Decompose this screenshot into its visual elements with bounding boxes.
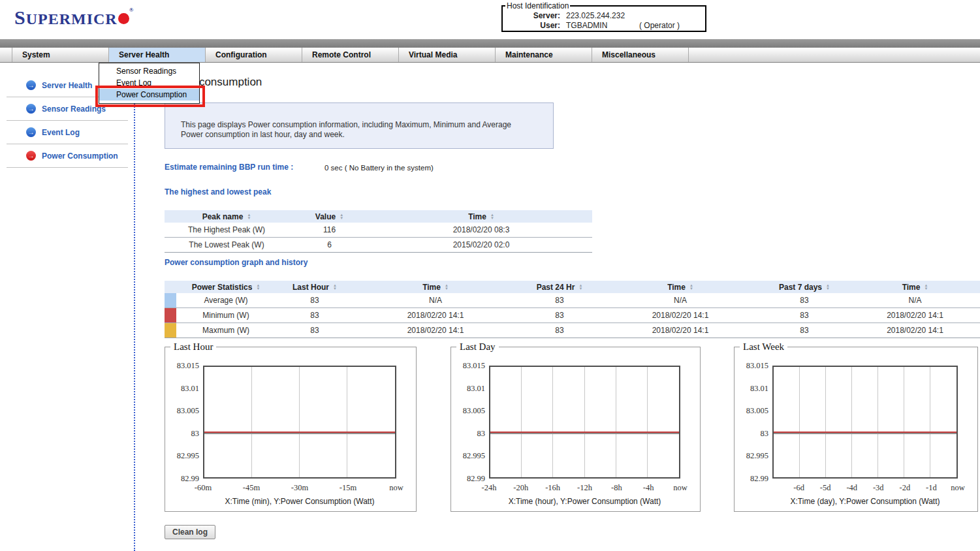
menu-item-miscellaneous[interactable]: Miscellaneous bbox=[592, 48, 689, 62]
dropdown-item-sensor-readings[interactable]: Sensor Readings bbox=[99, 65, 199, 77]
user-value: TGBADMIN( Operator ) bbox=[560, 21, 680, 31]
y-axis-tick: 83.005 bbox=[735, 406, 768, 416]
table-cell: 2018/02/20 14:1 bbox=[354, 308, 517, 323]
menu-item-maintenance[interactable]: Maintenance bbox=[496, 48, 592, 62]
sidebar-item-event-log[interactable]: →Event Log bbox=[7, 121, 128, 144]
supermicro-logo: SUPERMICR® bbox=[14, 7, 133, 29]
menu-item-remote-control[interactable]: Remote Control bbox=[302, 48, 399, 62]
table-row: The Highest Peak (W)1162018/02/20 08:3 bbox=[165, 223, 728, 238]
y-axis-tick: 82.99 bbox=[165, 474, 199, 484]
table-header-row: Power Statistics▲▼Last Hour▲▼Time▲▼Past … bbox=[165, 281, 980, 293]
history-section-heading: Power consumption graph and history bbox=[165, 258, 308, 267]
series-color-swatch bbox=[165, 308, 176, 323]
y-axis-tick: 82.99 bbox=[735, 474, 768, 484]
gridline bbox=[930, 367, 930, 477]
power-line-shadow bbox=[204, 433, 395, 434]
x-axis-tick: now bbox=[951, 483, 965, 493]
menu-item-virtual-media[interactable]: Virtual Media bbox=[399, 48, 496, 62]
x-axis-tick: -15m bbox=[340, 483, 356, 493]
y-axis-tick: 83.005 bbox=[451, 406, 485, 416]
column-header-time[interactable]: Time▲▼ bbox=[354, 281, 517, 293]
gridline bbox=[904, 367, 904, 477]
chart-last-day: Last Day83.01583.0183.0058382.99582.99-2… bbox=[450, 347, 701, 512]
column-header-value[interactable]: Value▲▼ bbox=[289, 210, 370, 223]
column-header-past-7-days[interactable]: Past 7 days▲▼ bbox=[759, 281, 850, 293]
menu-item-configuration[interactable]: Configuration bbox=[206, 48, 302, 62]
power-statistics-table: Power Statistics▲▼Last Hour▲▼Time▲▼Past … bbox=[165, 281, 980, 338]
chart-last-hour: Last Hour83.01583.0183.0058382.99582.99-… bbox=[165, 347, 417, 512]
power-consumption-line bbox=[204, 432, 395, 433]
table-cell: 83 bbox=[276, 323, 354, 338]
table-cell: 2018/02/20 14:1 bbox=[850, 323, 980, 338]
chart-axis-caption: X:Time (min), Y:Power Consumption (Watt) bbox=[203, 497, 396, 506]
series-color-swatch bbox=[165, 323, 176, 338]
table-cell: 83 bbox=[276, 308, 354, 323]
gridline bbox=[647, 367, 648, 477]
x-axis-tick: -6d bbox=[793, 483, 804, 493]
sidebar-item-power-consumption[interactable]: →Power Consumption bbox=[7, 144, 128, 168]
gridline bbox=[877, 367, 878, 477]
arrow-circle-icon: → bbox=[26, 151, 36, 161]
x-axis-tick: -3d bbox=[873, 483, 884, 493]
column-header-time[interactable]: Time▲▼ bbox=[602, 281, 759, 293]
x-axis-tick: -8h bbox=[611, 483, 622, 493]
table-cell: 2018/02/20 14:1 bbox=[602, 308, 759, 323]
x-axis-tick: -4h bbox=[643, 483, 654, 493]
chart-title: Last Day bbox=[456, 341, 499, 353]
gridline bbox=[552, 367, 553, 477]
menu-item-server-health[interactable]: Server Health bbox=[109, 48, 206, 62]
table-cell: 2018/02/20 14:1 bbox=[602, 323, 759, 338]
gridline bbox=[299, 367, 300, 477]
table-row: Maxmum (W)832018/02/20 14:1832018/02/20 … bbox=[165, 323, 980, 338]
table-cell: 83 bbox=[759, 293, 850, 308]
clean-log-button[interactable]: Clean log bbox=[165, 525, 215, 539]
table-cell: 2015/02/20 02:0 bbox=[370, 238, 592, 253]
y-axis-tick: 83.015 bbox=[735, 361, 768, 371]
sort-icon: ▲▼ bbox=[333, 284, 337, 291]
menu-item-system[interactable]: System bbox=[12, 48, 109, 62]
x-axis-tick: -20h bbox=[513, 483, 528, 493]
gridline bbox=[825, 367, 826, 477]
table-row: The Lowest Peak (W)62015/02/20 02:0 bbox=[165, 238, 728, 253]
column-header-label: Time bbox=[667, 283, 686, 292]
series-color-swatch bbox=[165, 293, 176, 308]
table-cell: 2018/02/20 14:1 bbox=[354, 323, 517, 338]
sidebar-item-label: Power Consumption bbox=[42, 151, 118, 161]
table-row: Minimum (W)832018/02/20 14:1832018/02/20… bbox=[165, 308, 980, 323]
column-header-power-statistics[interactable]: Power Statistics▲▼ bbox=[176, 281, 276, 293]
top-gray-bar bbox=[0, 39, 980, 48]
y-axis-tick: 83.005 bbox=[165, 406, 199, 416]
sort-icon: ▲▼ bbox=[826, 284, 830, 291]
gridline bbox=[616, 367, 616, 477]
y-axis-tick: 83.01 bbox=[451, 384, 485, 394]
y-axis-tick: 82.995 bbox=[451, 451, 485, 461]
peak-section-heading: The highest and lowest peak bbox=[165, 187, 271, 197]
gridline bbox=[347, 367, 347, 477]
page-description-box: This page displays Power consumption inf… bbox=[165, 102, 554, 149]
sort-icon: ▲▼ bbox=[340, 213, 343, 220]
x-axis-tick: -30m bbox=[291, 483, 308, 493]
table-cell: The Lowest Peak (W) bbox=[165, 238, 289, 253]
column-header-peak-name[interactable]: Peak name▲▼ bbox=[165, 210, 289, 223]
sort-icon: ▲▼ bbox=[247, 213, 251, 220]
server-label: Server: bbox=[505, 11, 560, 21]
table-cell: N/A bbox=[602, 293, 759, 308]
gridline bbox=[251, 367, 252, 477]
gridline bbox=[584, 367, 585, 477]
y-axis-tick: 83 bbox=[735, 429, 768, 439]
page-description: This page displays Power consumption inf… bbox=[181, 120, 515, 140]
server-value: 223.025.244.232 bbox=[560, 11, 625, 21]
column-header-last-hour[interactable]: Last Hour▲▼ bbox=[276, 281, 354, 293]
column-header-past-24-hr[interactable]: Past 24 Hr▲▼ bbox=[517, 281, 602, 293]
sort-icon: ▲▼ bbox=[490, 213, 494, 220]
power-line-shadow bbox=[490, 433, 679, 434]
power-consumption-line bbox=[490, 432, 679, 433]
table-header-row: Peak name▲▼Value▲▼Time▲▼ bbox=[165, 210, 728, 223]
x-axis-tick: -45m bbox=[243, 483, 260, 493]
table-cell: 83 bbox=[276, 293, 354, 308]
column-header-time[interactable]: Time▲▼ bbox=[370, 210, 592, 223]
column-header-time[interactable]: Time▲▼ bbox=[850, 281, 980, 293]
sort-icon: ▲▼ bbox=[445, 284, 449, 291]
x-axis-tick: -60m bbox=[195, 483, 212, 493]
arrow-circle-icon: → bbox=[26, 104, 36, 114]
